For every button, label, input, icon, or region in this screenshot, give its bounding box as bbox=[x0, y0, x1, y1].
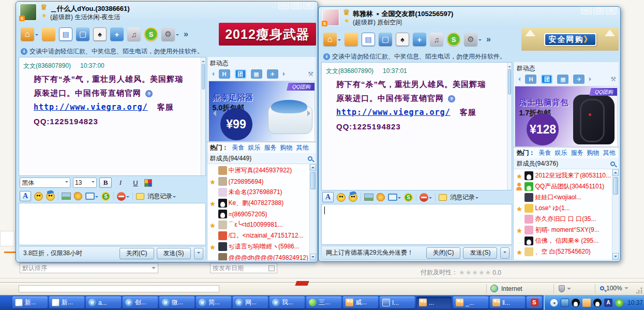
message-history-icon[interactable] bbox=[136, 193, 144, 200]
member-row[interactable]: /口。<nizainal_47151712... bbox=[209, 230, 309, 241]
tab-homepage[interactable]: H bbox=[219, 69, 230, 79]
hot-link-other[interactable]: 其他 bbox=[603, 149, 615, 157]
hot-link-shopping[interactable]: 购物 bbox=[587, 149, 599, 157]
taskbar-item[interactable]: 威... bbox=[343, 297, 378, 308]
tab-video-icon[interactable]: ▦ bbox=[251, 69, 262, 79]
member-row[interactable]: Ke、鹏(407827388) bbox=[209, 198, 309, 209]
taskbar-item[interactable]: 创... bbox=[123, 297, 158, 308]
video-icon[interactable]: ▢ bbox=[379, 33, 392, 46]
close-button[interactable]: ✕ bbox=[606, 7, 617, 14]
maximize-button[interactable]: ❒ bbox=[291, 2, 302, 9]
chevron-down-icon[interactable] bbox=[398, 197, 401, 200]
groupon-ad-footbath[interactable]: QQ团购 鼎泰足浴器 5.0折包邮 ¥99 bbox=[208, 81, 316, 142]
home-icon[interactable]: ⌂ bbox=[323, 33, 337, 46]
taskbar-item[interactable]: 我... bbox=[269, 297, 305, 308]
taskbar-item[interactable]: 微... bbox=[159, 297, 194, 308]
zoom-control[interactable]: 100% bbox=[600, 285, 628, 292]
message-input[interactable] bbox=[321, 204, 512, 245]
nudge-icon[interactable] bbox=[74, 192, 82, 200]
group-avatar[interactable]: S bbox=[322, 9, 339, 26]
resize-grip[interactable] bbox=[636, 287, 642, 293]
member-list[interactable]: 2012皇冠我来了(8053110... QQ产品团队(304451101) 娃… bbox=[514, 169, 619, 260]
message-history-button[interactable]: 消息记录 bbox=[450, 193, 475, 202]
qq-icon[interactable] bbox=[572, 299, 580, 307]
chat-history[interactable]: 文文(836807890)10:37:00 胯下有“杀”气，重壮男人雄风。美国辉… bbox=[19, 57, 206, 176]
chevron-down-icon[interactable] bbox=[126, 196, 129, 199]
member-row[interactable]: 未命名(237698871) bbox=[209, 187, 309, 198]
qzone-share-icon[interactable]: S bbox=[101, 192, 110, 201]
italic-button[interactable]: I bbox=[114, 178, 127, 188]
chevron-down-icon[interactable] bbox=[176, 34, 179, 37]
chat-scrollbar[interactable] bbox=[201, 57, 205, 175]
games-icon[interactable]: ♠ bbox=[93, 27, 107, 41]
hot-link-fun[interactable]: 娱乐 bbox=[555, 149, 567, 157]
input-method-icon[interactable] bbox=[604, 299, 612, 307]
more-tools-button[interactable]: » bbox=[184, 29, 188, 39]
member-row[interactable]: (729895694) bbox=[209, 176, 309, 187]
emoticon-icon[interactable] bbox=[34, 192, 43, 201]
spam-link[interactable]: http://www.viegra.org/ bbox=[336, 108, 451, 117]
background-date-filter[interactable]: 按发布日期 bbox=[210, 263, 277, 273]
tab-travel-icon[interactable]: ✈ bbox=[267, 69, 278, 79]
taskbar-item[interactable] bbox=[527, 297, 542, 308]
send-button[interactable]: 发送(S) bbox=[463, 247, 497, 259]
ad-banner-slimming[interactable]: 2012瘦身武器 bbox=[219, 23, 316, 46]
tab-homepage[interactable]: H bbox=[525, 75, 536, 84]
qq-safety-badge-icon[interactable]: ? bbox=[145, 90, 153, 97]
create-discussion-icon[interactable]: + bbox=[110, 27, 124, 41]
member-row[interactable]: @@@dh@@@(749824912) bbox=[209, 252, 309, 260]
magic-emoticon-icon[interactable] bbox=[349, 193, 357, 202]
member-row[interactable]: 初晴- moment°SXY(9... bbox=[515, 225, 611, 235]
groupon-ad-backpack[interactable]: QQ团购 瑞士电脑背包 1.7折包邮 ¥128 bbox=[515, 86, 618, 147]
member-row[interactable]: 亦久亦旧口 口 口(35... bbox=[515, 214, 611, 225]
taskbar-item[interactable]: 新... bbox=[12, 297, 48, 308]
scroll-down-icon[interactable] bbox=[310, 254, 316, 260]
minimize-button[interactable]: — bbox=[581, 7, 592, 14]
font-style-button[interactable]: A bbox=[20, 191, 31, 201]
member-row[interactable]: 中洲写真(2445937922) bbox=[209, 165, 309, 176]
ad-next-icon[interactable] bbox=[307, 110, 313, 116]
member-list[interactable]: 中洲写真(2445937922) (729895694) 未命名(2376988… bbox=[207, 164, 317, 260]
tab-scroll-right-icon[interactable] bbox=[589, 77, 593, 81]
background-sort-dropdown[interactable]: 默认排序 bbox=[20, 263, 158, 273]
hot-link-service[interactable]: 服务 bbox=[571, 149, 583, 157]
close-chat-button[interactable]: 关闭(C) bbox=[426, 247, 461, 259]
chevron-down-icon[interactable] bbox=[475, 197, 478, 200]
home-icon[interactable]: ⌂ bbox=[21, 27, 34, 41]
chevron-down-icon[interactable] bbox=[429, 197, 432, 200]
promo-status-text[interactable]: 3.8巨折，仅限38小时 bbox=[21, 249, 117, 258]
member-row[interactable]: Lose° ゆ(1... bbox=[515, 203, 611, 214]
member-row[interactable]: 2012皇冠我来了(8053110... bbox=[515, 170, 611, 181]
titlebar[interactable]: S ♛ ★ ＿什么人dYou.(30386661) (超级群) 生活休闲-夜生活… bbox=[18, 2, 316, 22]
message-input[interactable] bbox=[19, 203, 206, 245]
member-row[interactable]: 娃娃口<wojiaol... bbox=[515, 192, 611, 203]
video-icon[interactable]: ▢ bbox=[76, 27, 89, 41]
chevron-down-icon[interactable] bbox=[95, 196, 98, 199]
tab-video-icon[interactable]: ▦ bbox=[557, 75, 568, 84]
hot-link-shopping[interactable]: 购物 bbox=[280, 143, 293, 152]
tab-scroll-left-icon[interactable] bbox=[516, 77, 520, 81]
panel-settings-icon[interactable]: ⚒ bbox=[308, 70, 313, 78]
collapse-tray-icon[interactable]: ◂ bbox=[550, 299, 558, 307]
shared-files-icon[interactable] bbox=[42, 27, 55, 41]
hot-link-fun[interactable]: 娱乐 bbox=[248, 143, 261, 152]
create-discussion-icon[interactable]: + bbox=[413, 33, 426, 46]
titlebar[interactable]: S ♛ ★ 韩雅林 ﹡全国交友群(105256597) (超级群) 原创空间 —… bbox=[320, 7, 619, 27]
minimize-button[interactable]: — bbox=[278, 2, 289, 9]
qq-icon[interactable] bbox=[593, 299, 602, 307]
font-family-select[interactable]: 黑体 bbox=[20, 178, 70, 188]
tab-travel-icon[interactable]: ✈ bbox=[573, 75, 585, 84]
message-history-icon[interactable] bbox=[439, 194, 447, 201]
more-tools-button[interactable]: » bbox=[486, 35, 491, 44]
voice-chat-icon[interactable]: ♫ bbox=[430, 33, 443, 46]
tab-scroll-left-icon[interactable] bbox=[210, 72, 214, 76]
search-icon[interactable] bbox=[610, 161, 615, 166]
games-icon[interactable]: ♠ bbox=[396, 33, 409, 46]
chevron-down-icon[interactable] bbox=[173, 196, 176, 199]
antivirus-icon[interactable] bbox=[615, 299, 623, 307]
shared-files-icon[interactable] bbox=[345, 33, 358, 46]
block-messages-icon[interactable] bbox=[117, 192, 126, 201]
taskbar-item[interactable]: 网... bbox=[233, 297, 268, 308]
member-row[interactable]: 、空 白(527545620) bbox=[515, 246, 611, 257]
close-button[interactable]: ✕ bbox=[303, 2, 314, 9]
